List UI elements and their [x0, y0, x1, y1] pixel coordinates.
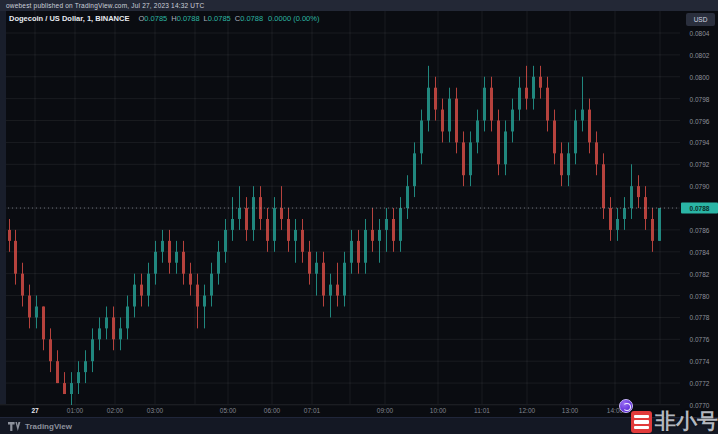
price-axis-label: 0.0804 — [681, 30, 718, 37]
candle — [469, 131, 472, 186]
candle — [406, 175, 409, 219]
candle — [56, 350, 59, 383]
candle — [315, 252, 318, 296]
candle — [378, 219, 381, 263]
feixiaohao-logo-icon — [631, 411, 652, 433]
candle — [161, 230, 164, 263]
candle — [252, 186, 255, 241]
candle — [518, 77, 521, 121]
candle — [399, 197, 402, 252]
price-axis-label: 0.0796 — [681, 117, 718, 124]
candle — [609, 197, 612, 241]
candle — [476, 110, 479, 154]
price-axis[interactable]: 0.0788 0.08040.08020.08000.07980.07960.0… — [681, 11, 718, 404]
candle — [21, 263, 24, 307]
candle — [119, 317, 122, 350]
time-axis-label: 03:00 — [147, 407, 163, 414]
candle — [588, 99, 591, 154]
time-axis-label: 27 — [31, 407, 38, 414]
candle — [28, 285, 31, 329]
candle — [427, 66, 430, 132]
candle — [651, 208, 654, 252]
candle — [420, 110, 423, 165]
candle — [455, 88, 458, 154]
price-axis-label: 0.0774 — [681, 358, 718, 365]
time-axis-label: 09:00 — [377, 407, 393, 414]
candle — [532, 66, 535, 110]
candle — [70, 372, 73, 405]
price-axis-label: 0.0770 — [681, 401, 718, 408]
last-price-label: 0.0788 — [681, 203, 718, 214]
time-axis-label: 13:00 — [562, 407, 578, 414]
candle — [434, 77, 437, 121]
candle — [490, 77, 493, 132]
tradingview-wordmark: TradingView — [25, 422, 72, 431]
symbol-title[interactable]: Dogecoin / US Dollar, 1, BINANCE — [9, 14, 129, 23]
candle — [553, 110, 556, 165]
watermark-text: 非小号 — [655, 409, 718, 433]
price-axis-label: 0.0802 — [681, 51, 718, 58]
purple-coin-icon — [619, 399, 633, 413]
candle — [497, 110, 500, 176]
price-axis-label: 0.0782 — [681, 270, 718, 277]
close-value: 0.0788 — [240, 14, 263, 23]
candle — [623, 197, 626, 230]
candle — [175, 241, 178, 274]
price-axis-label: 0.0798 — [681, 95, 718, 102]
candle — [189, 263, 192, 296]
candle — [203, 285, 206, 329]
low-value: 0.0785 — [208, 14, 231, 23]
candle — [560, 142, 563, 186]
candlesticks — [8, 66, 661, 405]
time-axis-label: 10:00 — [430, 407, 446, 414]
currency-toggle-button[interactable]: USD — [686, 13, 715, 26]
candle — [126, 296, 129, 340]
time-axis[interactable]: 2701:0002:0003:0005:0006:0007:0109:0010:… — [0, 404, 680, 418]
candle — [231, 197, 234, 241]
candle — [98, 317, 101, 350]
candle — [287, 208, 290, 252]
candle — [546, 77, 549, 132]
candle — [294, 219, 297, 263]
price-axis-label: 0.0778 — [681, 314, 718, 321]
attribution-bar: owebest published on TradingView.com, Ju… — [0, 0, 718, 11]
candle — [371, 208, 374, 252]
candle — [154, 241, 157, 285]
price-axis-label: 0.0792 — [681, 161, 718, 168]
candle — [84, 350, 87, 383]
candle — [357, 230, 360, 274]
candle — [77, 361, 80, 394]
candle — [147, 263, 150, 307]
time-axis-label: 05:00 — [220, 407, 236, 414]
candle — [322, 252, 325, 307]
candle — [336, 263, 339, 307]
candle — [462, 131, 465, 186]
candle — [595, 131, 598, 175]
candle — [266, 208, 269, 252]
candle — [413, 142, 416, 197]
tradingview-logo[interactable]: TradingView — [8, 422, 72, 431]
price-axis-label: 0.0790 — [681, 183, 718, 190]
candle — [637, 175, 640, 208]
candle — [140, 274, 143, 307]
price-axis-label: 0.0780 — [681, 292, 718, 299]
candle — [217, 241, 220, 285]
candle — [525, 66, 528, 110]
time-axis-label: 02:00 — [107, 407, 123, 414]
candle — [574, 110, 577, 165]
candle — [539, 66, 542, 99]
candle — [105, 307, 108, 340]
candle — [63, 372, 66, 394]
candle — [581, 77, 584, 132]
candle — [224, 219, 227, 263]
candle — [245, 197, 248, 241]
candlestick-chart[interactable] — [0, 0, 718, 434]
candle — [448, 88, 451, 143]
open-value: 0.0785 — [144, 14, 167, 23]
candle — [133, 274, 136, 318]
candle — [441, 99, 444, 143]
candle — [602, 153, 605, 219]
left-edge-strip — [0, 11, 6, 404]
price-axis-label: 0.0794 — [681, 139, 718, 146]
candle — [196, 274, 199, 329]
